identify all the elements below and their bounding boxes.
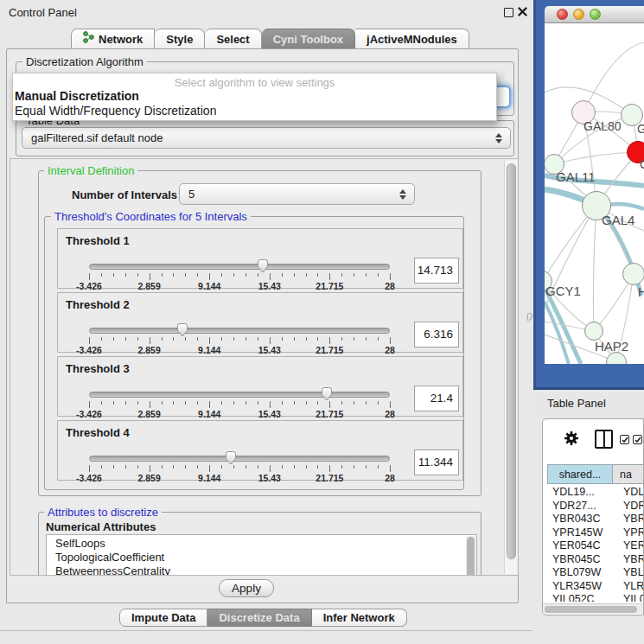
table-panel-titlebar: Table Panel	[533, 390, 644, 416]
table-row[interactable]: YBR043CYBR0	[547, 513, 644, 526]
attribute-list-item[interactable]: BetweennessCentrality	[55, 564, 476, 576]
tab-impute-data[interactable]: Impute Data	[119, 609, 207, 627]
table-row[interactable]: YDR27...YDR2	[547, 500, 644, 513]
zoom-traffic-light[interactable]	[590, 9, 601, 20]
settings-vertical-scrollbar[interactable]	[504, 160, 517, 574]
close-icon[interactable]	[518, 6, 527, 19]
slider-ticks	[89, 337, 390, 345]
network-node-label: GAL11	[556, 169, 596, 184]
panel-title: Control Panel	[9, 6, 77, 19]
threshold-3-box: Threshold 3 -3.4262.8599.14415.4321.7152…	[57, 356, 463, 417]
network-graph-icon	[83, 30, 94, 49]
threshold-slider[interactable]: -3.4262.8599.14415.4321.71528	[89, 390, 390, 416]
split-columns-icon[interactable]	[595, 430, 613, 449]
popup-item-equal-width-frequency[interactable]: Equal Width/Frequency Discretization	[13, 104, 496, 118]
network-node-label: G	[637, 122, 644, 136]
slider-tick-labels: -3.4262.8599.14415.4321.71528	[89, 473, 390, 483]
settings-scroll-area: Interval Definition Number of Intervals …	[10, 158, 519, 576]
slider-ticks	[89, 401, 390, 409]
network-node-label: GAL4	[602, 213, 634, 227]
table-row[interactable]: YER054CYER0	[547, 539, 644, 553]
slider-thumb[interactable]	[224, 450, 237, 466]
network-node-label: GAL80	[583, 119, 622, 133]
threshold-value-field[interactable]: 6.316	[414, 322, 459, 348]
threshold-value-field[interactable]: 14.713	[414, 258, 459, 284]
table-row[interactable]: YDL19...YDL1	[547, 486, 644, 500]
popup-item-manual-discretization[interactable]: Manual Discretization	[13, 89, 496, 104]
interval-definition-title: Interval Definition	[44, 164, 137, 177]
slider-tick-labels: -3.4262.8599.14415.4321.71528	[89, 409, 390, 419]
slider-thumb[interactable]	[175, 322, 188, 338]
network-canvas[interactable]: GAL80GCGAL11GAL4GCY1HHAP2	[545, 23, 644, 364]
slider-tick-labels: -3.4262.8599.14415.4321.71528	[89, 345, 390, 355]
network-node[interactable]	[584, 322, 603, 341]
combo-stepper-icon	[399, 189, 406, 200]
threshold-value-field[interactable]: 11.344	[414, 450, 459, 475]
table-panel: shared... na YDL19...YDL1YDR27...YDR2YBR…	[542, 418, 644, 615]
control-panel: Control Panel Network Style Select Cyni …	[0, 0, 532, 631]
combo-stepper-icon	[495, 133, 502, 143]
list-scrollbar[interactable]	[466, 536, 476, 576]
table-horizontal-scrollbar[interactable]	[543, 603, 643, 614]
slider-track[interactable]	[89, 456, 390, 462]
numerical-attributes-list: SelfLoopsTopologicalCoefficientBetweenne…	[46, 534, 477, 576]
tab-cyni-toolbox[interactable]: Cyni Toolbox	[262, 29, 355, 49]
scrollbar-thumb[interactable]	[507, 163, 516, 559]
table-rows: YDL19...YDL1YDR27...YDR2YBR043CYBR0YPR14…	[547, 486, 644, 602]
threshold-slider[interactable]: -3.4262.8599.14415.4321.71528	[89, 454, 390, 480]
slider-thumb[interactable]	[256, 258, 269, 274]
threshold-slider[interactable]: -3.4262.8599.14415.4321.71528	[89, 326, 390, 352]
table-row[interactable]: YPR145WYPR1	[547, 526, 644, 540]
checkbox-icon[interactable]	[633, 435, 642, 444]
tab-style[interactable]: Style	[155, 29, 205, 49]
table-row[interactable]: YBR045CYBR0	[547, 553, 644, 567]
threshold-label: Threshold 3	[66, 362, 130, 375]
threshold-label: Threshold 4	[66, 426, 130, 439]
tab-jactivemnodules[interactable]: jActiveMNodules	[355, 29, 469, 49]
tab-discretize-data[interactable]: Discretize Data	[207, 609, 311, 627]
tab-infer-network[interactable]: Infer Network	[312, 609, 407, 627]
algorithm-dropdown-popup: Select algorithm to view settings Manual…	[12, 73, 497, 121]
network-window-titlebar[interactable]	[545, 6, 644, 23]
slider-thumb[interactable]	[320, 386, 333, 402]
table-panel-title: Table Panel	[547, 397, 606, 410]
tab-select[interactable]: Select	[205, 29, 261, 49]
scrollbar-thumb[interactable]	[545, 606, 637, 613]
column-header-name[interactable]: na	[613, 464, 644, 484]
table-row[interactable]: YBL079WYBL0	[547, 566, 644, 580]
slider-track[interactable]	[89, 392, 390, 398]
threshold-1-box: Threshold 1 -3.4262.8599.14415.4321.7152…	[57, 228, 463, 289]
slider-tick-labels: -3.4262.8599.14415.4321.71528	[89, 281, 390, 291]
minimize-traffic-light[interactable]	[573, 9, 584, 20]
table-row[interactable]: YIL052CYIL0	[547, 593, 644, 602]
table-header-row: shared... na	[547, 464, 644, 484]
attributes-group-title: Attributes to discretize	[44, 506, 162, 519]
bottom-tab-bar: Impute Data Discretize Data Infer Networ…	[119, 609, 407, 627]
threshold-label: Threshold 2	[66, 298, 130, 311]
close-traffic-light[interactable]	[557, 9, 568, 20]
number-of-intervals-label: Number of Intervals	[72, 188, 177, 201]
tab-network[interactable]: Network	[71, 29, 155, 49]
float-window-icon[interactable]	[504, 8, 513, 17]
attribute-list-item[interactable]: SelfLoops	[55, 537, 476, 551]
table-data-combobox[interactable]: galFiltered.sif default node	[22, 127, 511, 149]
slider-track[interactable]	[89, 264, 390, 270]
network-node-label: H	[638, 284, 644, 299]
checkbox-icon[interactable]	[620, 435, 629, 444]
apply-button[interactable]: Apply	[219, 579, 274, 597]
slider-track[interactable]	[89, 328, 390, 334]
table-row[interactable]: YLR345WYLR3	[547, 580, 644, 594]
threshold-slider[interactable]: -3.4262.8599.14415.4321.71528	[89, 262, 390, 288]
discretization-algorithm-title: Discretization Algorithm	[22, 55, 147, 68]
top-tab-bar: Network Style Select Cyni Toolbox jActiv…	[71, 29, 469, 49]
number-of-intervals-combobox[interactable]: 5	[179, 183, 415, 205]
column-header-shared-name[interactable]: shared...	[547, 464, 613, 484]
threshold-value-field[interactable]: 21.4	[414, 386, 459, 411]
mouse-cursor	[528, 314, 532, 322]
thresholds-group-title: Threshold's Coordinates for 5 Intervals	[51, 210, 251, 223]
network-node-label: C	[640, 157, 644, 171]
attribute-list-item[interactable]: TopologicalCoefficient	[55, 551, 476, 564]
algorithm-placeholder: Select algorithm to view settings	[13, 73, 496, 89]
network-node[interactable]	[622, 263, 644, 285]
gear-icon[interactable]	[564, 430, 579, 449]
